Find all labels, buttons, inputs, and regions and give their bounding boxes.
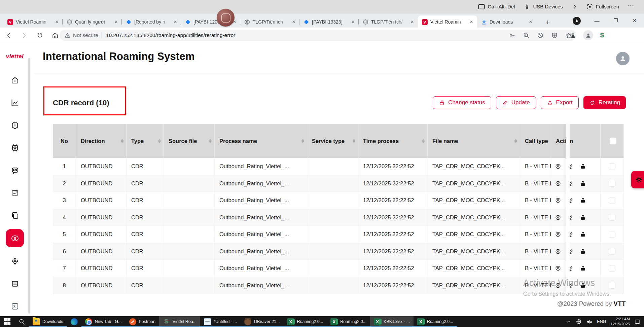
sidebar-item-network[interactable] — [6, 256, 24, 266]
update-button[interactable]: Update — [496, 96, 536, 109]
sort-arrows-icon[interactable] — [512, 139, 517, 143]
sort-arrows-icon[interactable] — [419, 139, 425, 143]
column-header-source_file[interactable]: Source file — [164, 124, 215, 158]
taskbar-roaming2-0-button[interactable]: XRoaming2.0... — [327, 316, 370, 327]
row-checkbox[interactable] — [609, 197, 615, 204]
column-header-process_name[interactable]: Process name — [215, 124, 307, 158]
view-eye-icon[interactable] — [554, 163, 562, 170]
taskbar-edge-button[interactable] — [67, 316, 81, 327]
sidebar-item-terminal[interactable] — [6, 301, 24, 311]
taskbar-clock[interactable]: 2:21 AM 12/15/2025 — [610, 317, 630, 327]
taskbar-new-tab-g-button[interactable]: New Tab - G... — [81, 316, 126, 327]
browser-tab[interactable]: TLGP/Tiện ích/ ✕ — [359, 16, 418, 28]
close-window-button[interactable]: ✕ — [625, 13, 644, 28]
rerating-button[interactable]: Rerating — [583, 96, 626, 109]
sort-arrows-icon[interactable] — [155, 139, 161, 143]
restore-button[interactable]: ❐ — [606, 13, 625, 28]
column-header-time_process[interactable]: Time process — [358, 124, 428, 158]
taskbar-kbkt-xlsx-button[interactable]: XKBKT.xlsx - ... — [370, 316, 414, 327]
expand-chevron-button[interactable] — [572, 4, 578, 10]
column-header-service_type[interactable]: Service type — [307, 124, 358, 158]
key-icon[interactable] — [509, 32, 515, 39]
row-checkbox[interactable] — [609, 163, 615, 170]
s-extension-icon[interactable]: S — [600, 32, 604, 39]
browser-profile-icon[interactable] — [573, 17, 581, 25]
zoom-in-icon[interactable] — [523, 32, 530, 39]
view-eye-icon[interactable] — [554, 180, 562, 187]
tab-close-icon[interactable]: ✕ — [350, 19, 356, 25]
sidebar-item-chart[interactable] — [6, 98, 24, 107]
sort-arrows-icon[interactable] — [350, 139, 355, 143]
view-eye-icon[interactable] — [554, 248, 562, 255]
user-avatar[interactable] — [616, 52, 630, 65]
browser-tab[interactable]: [PAYBI-13323] ✕ — [299, 16, 359, 28]
row-checkbox[interactable] — [609, 265, 615, 272]
row-checkbox[interactable] — [609, 214, 615, 221]
url-text[interactable]: 10.207.252.135:8200/roaming-app/utilitie… — [106, 32, 235, 38]
sidebar-item-chat[interactable] — [6, 166, 24, 175]
tab-close-icon[interactable]: ✕ — [528, 19, 534, 25]
browser-avatar-button[interactable] — [583, 30, 593, 40]
more-options-button[interactable]: ⋯ — [628, 2, 635, 11]
sidebar-item-card[interactable] — [6, 188, 24, 197]
not-secure-label[interactable]: Not secure — [73, 32, 98, 38]
tray-chevron-up-icon[interactable] — [566, 319, 571, 324]
taskbar-roaming2-0-button[interactable]: XRoaming2.0... — [414, 316, 457, 327]
taskbar-search-button[interactable] — [14, 316, 29, 327]
view-eye-icon[interactable] — [554, 214, 562, 221]
browser-tab[interactable]: TLGP/Tiện ích ✕ — [240, 16, 299, 28]
sidebar-item-dollar[interactable]: $ — [6, 229, 24, 247]
row-checkbox[interactable] — [609, 180, 615, 187]
row-checkbox[interactable] — [609, 282, 615, 289]
new-tab-button[interactable]: + — [543, 17, 552, 27]
language-indicator[interactable]: ENG — [597, 319, 606, 324]
back-button[interactable] — [2, 29, 15, 42]
view-eye-icon[interactable] — [554, 231, 562, 238]
browser-tab[interactable]: V Viettel Roamin ✕ — [418, 15, 477, 28]
settings-gear-button[interactable] — [631, 171, 644, 188]
view-eye-icon[interactable] — [554, 265, 562, 272]
shield-icon[interactable] — [551, 32, 558, 39]
sidebar-item-alert[interactable] — [6, 120, 24, 130]
forward-button[interactable] — [17, 29, 31, 42]
lock-icon[interactable] — [579, 197, 586, 204]
sort-arrows-icon[interactable] — [118, 139, 123, 143]
row-checkbox[interactable] — [609, 248, 615, 255]
column-header-file_name[interactable]: File name — [428, 124, 520, 158]
network-globe-icon[interactable] — [576, 319, 582, 325]
fullscreen-button[interactable]: Fullscreen — [586, 3, 619, 10]
view-eye-icon[interactable] — [554, 282, 562, 289]
sidebar-scrollbar[interactable] — [28, 58, 30, 314]
lock-icon[interactable] — [579, 248, 586, 255]
taskbar-downloads-button[interactable]: Downloads — [29, 316, 67, 327]
tab-close-icon[interactable]: ✕ — [409, 19, 415, 25]
lock-icon[interactable] — [579, 282, 586, 289]
change-status-button[interactable]: Change status — [433, 96, 491, 109]
usb-devices-button[interactable]: USB Devices — [524, 3, 563, 10]
flask-extension-icon[interactable] — [570, 32, 576, 39]
tab-close-icon[interactable]: ✕ — [291, 19, 297, 25]
tab-close-icon[interactable]: ✕ — [468, 19, 474, 25]
column-header-direction[interactable]: Direction — [76, 124, 127, 158]
browser-tab[interactable]: Quản lý người ✕ — [63, 16, 122, 28]
taskbar-untitled-button[interactable]: *Untitled - ... — [200, 316, 241, 327]
lock-icon[interactable] — [579, 231, 586, 238]
tab-close-icon[interactable]: ✕ — [172, 19, 178, 25]
sidebar-item-copy[interactable] — [6, 211, 24, 220]
sort-arrows-icon[interactable] — [299, 139, 304, 143]
minimize-button[interactable]: — — [587, 13, 606, 28]
sort-arrows-icon[interactable] — [206, 139, 212, 143]
browser-tab[interactable]: [Reported by n ✕ — [122, 16, 181, 28]
address-bar[interactable]: Not secure 10.207.252.135:8200/roaming-a… — [60, 30, 576, 41]
sidebar-item-chip[interactable] — [6, 143, 24, 152]
export-button[interactable]: Export — [541, 96, 579, 109]
taskbar-viettel-roa-button[interactable]: SViettel Roa... — [159, 316, 200, 327]
taskbar-postman-button[interactable]: Postman — [126, 316, 159, 327]
ctrl-alt-del-button[interactable]: Ctrl+Alt+Del — [478, 3, 515, 10]
sidebar-item-doc[interactable] — [6, 279, 24, 288]
taskbar-roaming2-0-button[interactable]: XRoaming2.0... — [283, 316, 327, 327]
column-header-type[interactable]: Type — [127, 124, 164, 158]
volume-muted-icon[interactable] — [586, 319, 593, 325]
taskbar-start-button[interactable] — [0, 316, 14, 327]
notification-center-icon[interactable] — [634, 319, 641, 325]
